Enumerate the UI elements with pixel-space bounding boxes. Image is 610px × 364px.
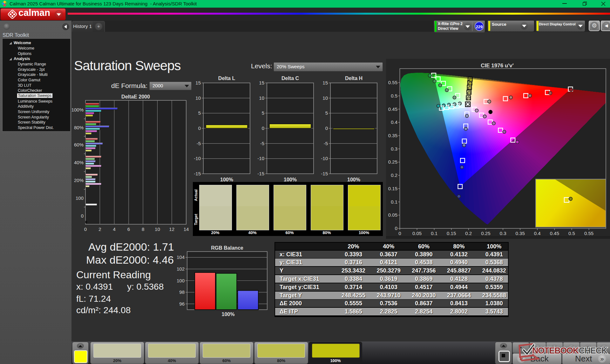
svg-text:-15: -15	[257, 171, 264, 176]
svg-text:98: 98	[179, 289, 185, 295]
svg-text:RGB Balance: RGB Balance	[211, 245, 243, 251]
svg-text:100%: 100%	[284, 177, 297, 182]
svg-text:15: 15	[195, 80, 201, 85]
svg-text:0.1: 0.1	[391, 199, 397, 205]
svg-text:0: 0	[398, 231, 401, 236]
svg-text:4: 4	[113, 226, 115, 232]
svg-text:-10: -10	[194, 156, 201, 161]
svg-text:8: 8	[142, 226, 144, 232]
svg-text:80%: 80%	[74, 125, 84, 130]
svg-text:10: 10	[322, 95, 328, 101]
svg-text:0.05: 0.05	[388, 212, 397, 218]
svg-text:104: 104	[177, 254, 185, 260]
svg-text:2: 2	[98, 226, 101, 232]
svg-text:DeltaE 2000: DeltaE 2000	[121, 94, 150, 99]
svg-text:0.55: 0.55	[584, 231, 593, 236]
svg-text:0: 0	[395, 226, 397, 231]
svg-text:5: 5	[198, 110, 201, 116]
svg-text:NOTEBOOKCHECK: NOTEBOOKCHECK	[532, 346, 608, 355]
svg-text:-15: -15	[194, 171, 201, 176]
svg-text:10: 10	[155, 226, 160, 232]
svg-text:0.1: 0.1	[431, 231, 437, 236]
svg-text:6: 6	[127, 226, 130, 232]
svg-text:0.2: 0.2	[465, 231, 472, 236]
svg-text:0.3: 0.3	[500, 231, 506, 236]
svg-text:0.2: 0.2	[391, 172, 397, 178]
svg-text:-5: -5	[324, 141, 328, 146]
svg-text:0.45: 0.45	[388, 106, 397, 112]
svg-text:100%: 100%	[71, 107, 84, 112]
svg-text:Delta L: Delta L	[218, 76, 235, 81]
svg-text:CIE 1976 u'v': CIE 1976 u'v'	[481, 63, 514, 69]
svg-text:0.25: 0.25	[481, 231, 490, 236]
svg-text:0.5: 0.5	[391, 93, 397, 98]
svg-text:0.15: 0.15	[388, 186, 397, 191]
svg-text:Delta H: Delta H	[345, 76, 363, 81]
svg-text:-10: -10	[257, 156, 264, 161]
svg-text:0.45: 0.45	[550, 231, 559, 236]
svg-text:0.25: 0.25	[388, 159, 397, 165]
svg-text:Delta C: Delta C	[281, 76, 299, 81]
svg-text:10: 10	[259, 95, 264, 101]
svg-text:100%: 100%	[220, 177, 233, 182]
svg-text:15: 15	[259, 80, 264, 85]
svg-text:5: 5	[262, 110, 264, 116]
svg-text:0.3: 0.3	[391, 146, 397, 152]
svg-text:0.05: 0.05	[412, 231, 422, 236]
svg-text:0.5: 0.5	[568, 231, 575, 236]
svg-text:-10: -10	[321, 156, 328, 161]
svg-text:0: 0	[84, 226, 87, 232]
svg-text:-5: -5	[260, 141, 264, 146]
svg-text:0.4: 0.4	[534, 231, 541, 236]
svg-text:0.35: 0.35	[516, 231, 525, 236]
svg-text:0: 0	[198, 125, 201, 131]
svg-text:0.55: 0.55	[388, 80, 397, 85]
svg-text:0.15: 0.15	[447, 231, 456, 236]
svg-text:102: 102	[177, 266, 185, 272]
svg-text:15: 15	[322, 80, 328, 85]
svg-text:5: 5	[325, 110, 328, 116]
svg-text:0: 0	[262, 125, 264, 131]
svg-text:0: 0	[325, 125, 328, 131]
svg-text:0.35: 0.35	[388, 133, 397, 138]
svg-text:100: 100	[76, 195, 84, 201]
svg-text:60%: 60%	[74, 142, 84, 147]
svg-text:20%: 20%	[74, 178, 84, 183]
svg-text:-15: -15	[321, 171, 328, 176]
svg-text:0.4: 0.4	[391, 119, 397, 125]
svg-text:10: 10	[195, 95, 201, 101]
svg-text:0: 0	[81, 213, 84, 219]
svg-text:12: 12	[169, 226, 174, 232]
svg-text:14: 14	[184, 226, 189, 232]
svg-text:100%: 100%	[222, 312, 235, 317]
svg-text:96: 96	[179, 301, 185, 307]
svg-text:100: 100	[177, 278, 185, 283]
svg-text:40%: 40%	[74, 160, 84, 165]
svg-text:100%: 100%	[347, 177, 360, 182]
svg-text:-5: -5	[197, 141, 201, 146]
